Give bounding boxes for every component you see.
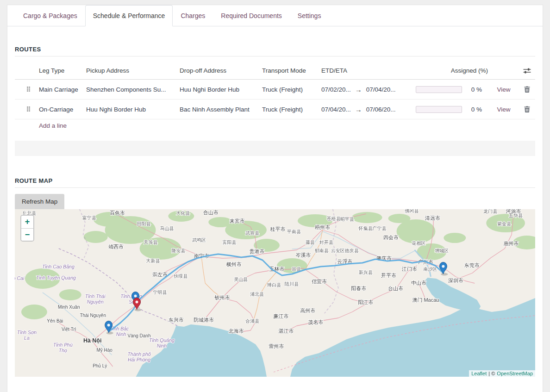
map-place-label: 宁明县 [153, 290, 167, 295]
map-place-label: 五华县 [509, 213, 523, 218]
map-place-label: 雷州市 [269, 343, 284, 349]
map-place-label: 湛江市 [278, 328, 294, 334]
map-place-label: 江门市 [401, 266, 417, 272]
drag-handle-icon[interactable] [15, 106, 39, 112]
etd-eta-cell[interactable]: 07/04/20... → 07/06/20... [321, 106, 412, 113]
etd-value: 07/02/20... [321, 86, 351, 93]
map-place-label: 钦州市 [214, 295, 230, 300]
drag-handle-icon[interactable] [15, 87, 39, 92]
etd-eta-cell[interactable]: 07/02/20... → 07/04/20... [321, 86, 412, 93]
map-place-label: 紫金县 [497, 221, 512, 226]
map-place-label: 封开县 [319, 240, 334, 245]
add-a-line-link[interactable]: Add a line [39, 122, 67, 129]
route-map-section-title: ROUTE MAP [15, 156, 535, 188]
map-place-label: o Cai [15, 276, 25, 281]
arrow-right-icon: → [355, 106, 362, 113]
map-place-label: 博白县 [267, 282, 281, 287]
assigned-pct-value: 0 % [471, 86, 482, 93]
map-place-label: 武鸣区 [192, 237, 206, 243]
view-link[interactable]: View [490, 86, 518, 93]
delete-row-button[interactable] [518, 106, 536, 112]
tab-schedule-performance[interactable]: Schedule & Performance [85, 5, 173, 26]
map-place-label: 桂平市 [270, 226, 286, 232]
eta-value: 07/06/20... [366, 106, 396, 113]
transport-mode-cell[interactable]: Truck (Freight) [262, 106, 321, 113]
transport-mode-cell[interactable]: Truck (Freight) [262, 86, 321, 93]
tab-required-documents[interactable]: Required Documents [213, 5, 290, 26]
map-place-label: Tỉnh Quảng [149, 338, 175, 343]
map-place-label: 惠州市 [504, 241, 519, 246]
map-place-label: 合山市 [203, 210, 219, 215]
map-zoom-control: + − [20, 215, 34, 242]
zoom-out-button[interactable]: − [21, 228, 33, 241]
map-place-label: 来宾市 [230, 218, 245, 224]
map-place-label: 灵山县 [234, 277, 248, 282]
map-place-label: 东莞市 [464, 262, 480, 268]
map-place-label: 梧州市 [314, 224, 330, 230]
pickup-address-cell[interactable]: Shenzhen Components Su... [86, 86, 180, 93]
map-place-label: 扶绥县 [173, 274, 188, 279]
map-place-label: 开平市 [381, 273, 396, 278]
map-place-label: Thành phố [127, 352, 151, 357]
map-place-label: Mỹ Hào [96, 348, 112, 353]
tab-cargo-packages[interactable]: Cargo & Packages [15, 5, 85, 26]
map-place-label: 廉江市 [274, 313, 289, 319]
map-place-label: Tỉnh Thái [85, 294, 106, 299]
map-place-label: 云安区 [331, 248, 345, 253]
header-leg-type: Leg Type [39, 67, 86, 74]
map-place-label: 茂名市 [308, 319, 323, 325]
map-place-label: La [24, 336, 30, 341]
leg-type-cell[interactable]: Main Carriage [39, 86, 86, 93]
progress-bar [416, 86, 462, 93]
map-place-label: 龙门县 [483, 209, 498, 214]
map-place-label: 新兴县 [359, 270, 373, 275]
header-assigned-pct: Assigned (%) [451, 67, 490, 74]
map-place-label: 武宣县 [245, 230, 260, 236]
leaflet-link[interactable]: Leaflet [471, 371, 487, 376]
refresh-map-button[interactable]: Refresh Map [15, 194, 64, 209]
page: { "tabs": { "active_index": 1, "items": … [0, 0, 550, 392]
map-place-label: Ninh [116, 332, 126, 337]
zoom-in-button[interactable]: + [21, 216, 33, 228]
routes-table: Leg Type Pickup Address Drop-off Address… [15, 62, 535, 131]
map-attribution: Leaflet | © OpenStreetMap [469, 370, 535, 377]
map-place-label: Hà Nội [83, 337, 101, 344]
map-place-label: 阳春市 [351, 286, 366, 291]
map-place-label: 信宜市 [312, 279, 327, 284]
trash-icon [524, 106, 530, 112]
dropoff-address-cell[interactable]: Bac Ninh Assembly Plant [180, 106, 262, 113]
eta-value: 07/04/20... [366, 86, 396, 93]
map-place-label: 广宁县 [373, 226, 387, 231]
dropoff-address-cell[interactable]: Huu Nghi Border Hub [180, 86, 262, 93]
route-row-on-carriage: On-Carriage Huu Nghi Border Hub Bac Ninh… [15, 100, 535, 119]
tab-settings[interactable]: Settings [290, 5, 329, 26]
map-place-label: Yên Bái [47, 318, 63, 324]
sliders-icon [523, 68, 531, 74]
delete-row-button[interactable] [518, 86, 536, 93]
map-place-label: Tỉnh Cao Bằng [42, 264, 75, 269]
map-place-label: 大新县 [146, 258, 161, 263]
map-place-label: 花都区 [411, 241, 425, 246]
tab-charges[interactable]: Charges [173, 5, 213, 26]
leg-type-cell[interactable]: On-Carriage [39, 106, 86, 113]
view-link[interactable]: View [490, 106, 518, 113]
map-place-label: Phủ Lý [93, 363, 107, 368]
map-place-label: Tỉnh Tuyên Quang [36, 275, 76, 280]
route-map[interactable]: 百色市合山市来宾市梧州市清远市河源市桂平市四会市靖西市贵港市南宁市岑溪市肇庆市云… [15, 209, 535, 377]
openstreetmap-link[interactable]: OpenStreetMap [497, 371, 533, 376]
attribution-separator: | © [487, 371, 496, 376]
header-etd-eta: ETD/ETA [321, 67, 412, 74]
map-place-label: Minh Xuân [58, 305, 80, 310]
map-place-label: 台山市 [388, 286, 403, 291]
map-place-label: Việt Trì [62, 327, 76, 332]
map-canvas[interactable]: 百色市合山市来宾市梧州市清远市河源市桂平市四会市靖西市贵港市南宁市岑溪市肇庆市云… [15, 209, 535, 377]
view-link-label[interactable]: View [497, 106, 510, 113]
map-place-label: 东兴市 [169, 317, 184, 323]
form-sheet: Cargo & Packages Schedule & Performance … [7, 5, 543, 392]
progress-bar [416, 106, 462, 113]
optional-columns-icon[interactable] [518, 68, 536, 74]
map-place-label: Tỉnh Phú [53, 342, 73, 348]
view-link-label[interactable]: View [497, 86, 510, 93]
map-place-label: 田阳县 [137, 221, 151, 226]
pickup-address-cell[interactable]: Huu Nghi Border Hub [86, 106, 180, 113]
